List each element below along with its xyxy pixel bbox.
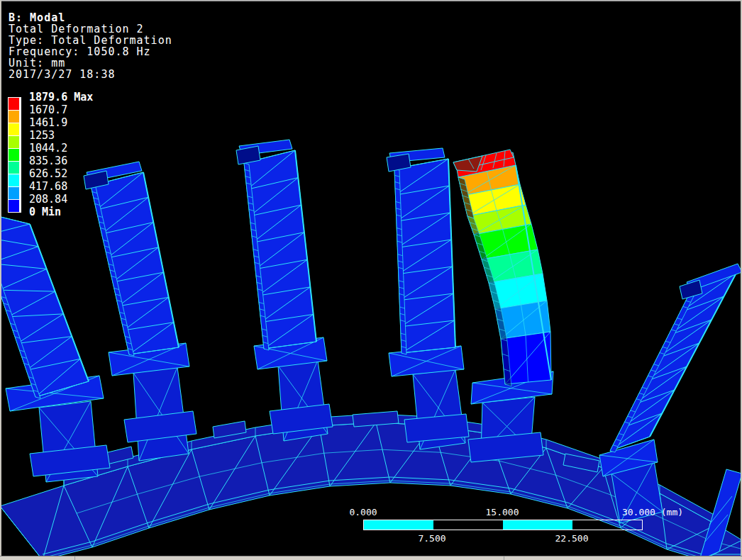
legend-color-bar [8, 97, 21, 213]
legend-value-label: 1879.6 Max [29, 91, 93, 103]
scale-ruler-segment [364, 520, 433, 530]
annotation-line: Unit: mm [9, 57, 172, 69]
legend-color-cell [9, 136, 19, 148]
legend-value-label: 835.36 [29, 155, 67, 167]
legend-color-cell [9, 187, 19, 199]
status-bar-separator [74, 556, 75, 560]
legend-value-label: 626.52 [29, 168, 67, 179]
ansys-mechanical-graphics-window: { "annotation": { "lines": [ "B: Modal",… [0, 0, 742, 560]
annotation-line: Total Deformation 2 [9, 23, 172, 35]
legend-color-cell [9, 174, 19, 186]
legend-color-cell [9, 162, 19, 174]
scale-ruler [363, 520, 643, 530]
annotation-line: B: Modal [9, 12, 172, 23]
legend-value-label: 1044.2 [29, 142, 67, 154]
legend-value-label: 1670.7 [29, 104, 67, 116]
legend-color-cell [9, 200, 19, 212]
graphics-viewport[interactable] [0, 0, 742, 560]
legend-value-label: 1253 [29, 130, 55, 141]
legend-value-label: 0 Min [29, 206, 61, 218]
scale-label: 7.500 [418, 534, 445, 543]
scale-label: 0.000 [349, 508, 377, 517]
window-border-top [0, 0, 742, 1]
annotation-block: B: ModalTotal Deformation 2Type: Total D… [9, 12, 172, 80]
annotation-line: Type: Total Deformation [9, 35, 172, 46]
window-border-left [0, 0, 1, 560]
legend-color-cell [9, 123, 19, 135]
legend-color-cell [9, 98, 19, 110]
annotation-line: 2017/3/27 18:38 [9, 69, 172, 80]
legend-value-label: 417.68 [29, 181, 67, 192]
legend-color-cell [9, 111, 19, 123]
legend-value-label: 208.84 [29, 194, 67, 205]
annotation-line: Frequency: 1050.8 Hz [9, 46, 172, 57]
scale-ruler-segment [503, 520, 572, 530]
legend-value-label: 1461.9 [29, 117, 67, 128]
status-bar-separator [504, 556, 504, 560]
contour-legend: 1879.6 Max1670.71461.912531044.2835.3662… [8, 97, 21, 213]
legend-color-cell [9, 149, 19, 161]
scale-label: 22.500 [555, 534, 589, 543]
scale-label: 15.000 [486, 508, 519, 517]
status-bar [0, 556, 742, 560]
scale-label: 30.000 (mm) [622, 508, 683, 517]
